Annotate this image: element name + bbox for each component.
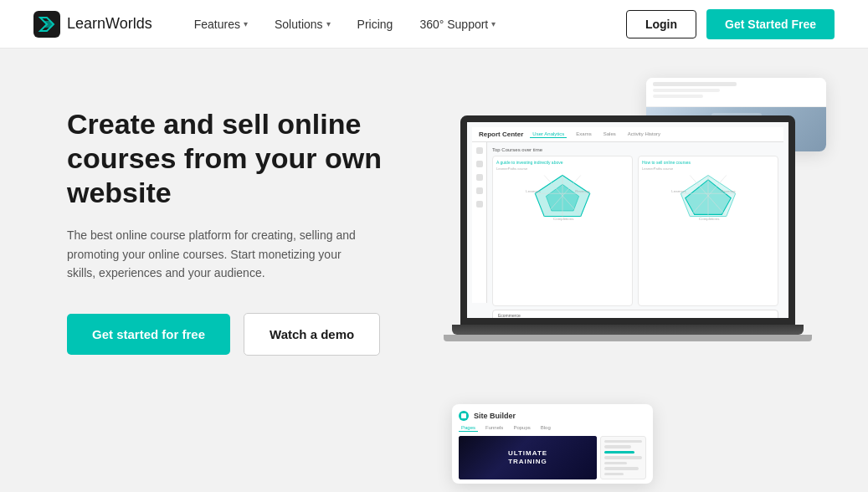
navbar: LearnWorlds Features ▾ Solutions ▾ Prici… bbox=[0, 0, 868, 49]
sidebar-icon-1 bbox=[476, 147, 483, 154]
sb-tab-popups[interactable]: Popups bbox=[511, 424, 532, 432]
panel-row-1 bbox=[604, 440, 642, 443]
sb-tab-pages[interactable]: Pages bbox=[459, 424, 478, 432]
report-body: Top Courses over time A guide to investi… bbox=[472, 142, 783, 303]
hero-visuals: Report Center User Analytics Exams Sales… bbox=[427, 90, 818, 492]
site-builder-card: Site Builder Pages Funnels Popups Blog U… bbox=[452, 404, 653, 484]
laptop-base bbox=[452, 325, 804, 335]
nav-pricing[interactable]: Pricing bbox=[357, 18, 393, 31]
course-grid: A guide to investing indirectly above Le… bbox=[492, 156, 778, 306]
solutions-chevron-icon: ▾ bbox=[326, 19, 331, 28]
laptop-mockup: Report Center User Analytics Exams Sales… bbox=[460, 115, 829, 358]
hero-content: Create and sell online courses from your… bbox=[67, 90, 427, 356]
hero-buttons: Get started for free Watch a demo bbox=[67, 313, 427, 356]
panel-row-3 bbox=[604, 451, 634, 454]
site-builder-preview: ULTIMATETRAINING bbox=[459, 436, 597, 479]
svg-text:Learners: Learners bbox=[671, 189, 686, 193]
panel-row-2 bbox=[604, 445, 631, 448]
logo[interactable]: LearnWorlds bbox=[33, 11, 152, 38]
ecommerce-strip: Ecommerce bbox=[492, 310, 778, 325]
sidebar-icon-2 bbox=[476, 161, 483, 167]
site-builder-header: Site Builder bbox=[459, 411, 646, 421]
nav-support[interactable]: 360° Support ▾ bbox=[419, 18, 496, 31]
sb-tab-funnels[interactable]: Funnels bbox=[483, 424, 506, 432]
sidebar-icon-3 bbox=[476, 174, 483, 181]
tab-sales[interactable]: Sales bbox=[601, 131, 619, 138]
sidebar-icon-5 bbox=[476, 201, 483, 208]
nav-solutions[interactable]: Solutions ▾ bbox=[275, 18, 331, 31]
support-chevron-icon: ▾ bbox=[491, 19, 496, 28]
svg-text:Learners: Learners bbox=[526, 189, 541, 193]
sidebar-icon-4 bbox=[476, 187, 483, 194]
login-button[interactable]: Login bbox=[626, 10, 696, 38]
sb-tab-blog[interactable]: Blog bbox=[538, 424, 553, 432]
course-chart-2-label: How to sell online courses bbox=[642, 160, 774, 165]
panel-row-5 bbox=[604, 462, 627, 464]
tab-user-analytics[interactable]: User Analytics bbox=[530, 131, 567, 138]
features-chevron-icon: ▾ bbox=[244, 19, 248, 28]
tab-activity[interactable]: Activity History bbox=[625, 131, 663, 138]
report-main: Top Courses over time A guide to investi… bbox=[487, 142, 783, 303]
course-chart-1-label: A guide to investing indirectly above bbox=[496, 160, 629, 165]
hero-subtitle: The best online course platform for crea… bbox=[67, 226, 368, 282]
course-chart-2: How to sell online courses LearnerPaths … bbox=[638, 156, 778, 306]
panel-row-4 bbox=[604, 456, 642, 459]
get-started-free-button[interactable]: Get Started Free bbox=[706, 9, 835, 39]
laptop-bottom bbox=[444, 335, 812, 341]
course-chart-1: A guide to investing indirectly above Le… bbox=[492, 156, 633, 306]
watch-demo-button[interactable]: Watch a demo bbox=[244, 313, 380, 356]
panel-row-7 bbox=[604, 473, 624, 475]
report-header: Report Center User Analytics Exams Sales… bbox=[472, 127, 783, 142]
get-started-button[interactable]: Get started for free bbox=[67, 314, 230, 355]
site-builder-title: Site Builder bbox=[474, 412, 516, 420]
nav-features[interactable]: Features ▾ bbox=[194, 18, 248, 31]
preview-text: ULTIMATETRAINING bbox=[508, 449, 547, 465]
spider-chart-2: Completions Learners Revenue bbox=[642, 171, 774, 221]
report-center: Report Center User Analytics Exams Sales… bbox=[467, 122, 788, 318]
svg-text:Completions: Completions bbox=[553, 217, 574, 221]
ecom-wave-chart bbox=[498, 318, 607, 325]
svg-text:Revenue: Revenue bbox=[721, 189, 736, 193]
site-builder-icon bbox=[459, 411, 469, 421]
laptop-screen: Report Center User Analytics Exams Sales… bbox=[460, 115, 795, 325]
svg-text:Completions: Completions bbox=[699, 217, 720, 221]
hero-section: Create and sell online courses from your… bbox=[0, 49, 868, 492]
site-builder-tabs: Pages Funnels Popups Blog bbox=[459, 424, 646, 432]
logo-text: LearnWorlds bbox=[67, 15, 152, 33]
nav-links: Features ▾ Solutions ▾ Pricing 360° Supp… bbox=[194, 18, 626, 31]
spider-chart-1: Completions Learners Revenue bbox=[496, 171, 629, 221]
nav-actions: Login Get Started Free bbox=[626, 9, 835, 39]
site-builder-preview-area: ULTIMATETRAINING bbox=[459, 436, 646, 479]
report-center-title: Report Center bbox=[479, 131, 523, 138]
tab-exams[interactable]: Exams bbox=[573, 131, 593, 138]
report-tabs: User Analytics Exams Sales Activity Hist… bbox=[530, 131, 663, 138]
panel-row-6 bbox=[604, 467, 639, 469]
report-section-label: Top Courses over time bbox=[492, 147, 778, 152]
svg-text:Revenue: Revenue bbox=[575, 189, 590, 193]
report-sidebar bbox=[472, 142, 487, 303]
logo-icon bbox=[33, 11, 60, 38]
hero-title: Create and sell online courses from your… bbox=[67, 107, 385, 209]
site-builder-panel bbox=[600, 436, 646, 479]
